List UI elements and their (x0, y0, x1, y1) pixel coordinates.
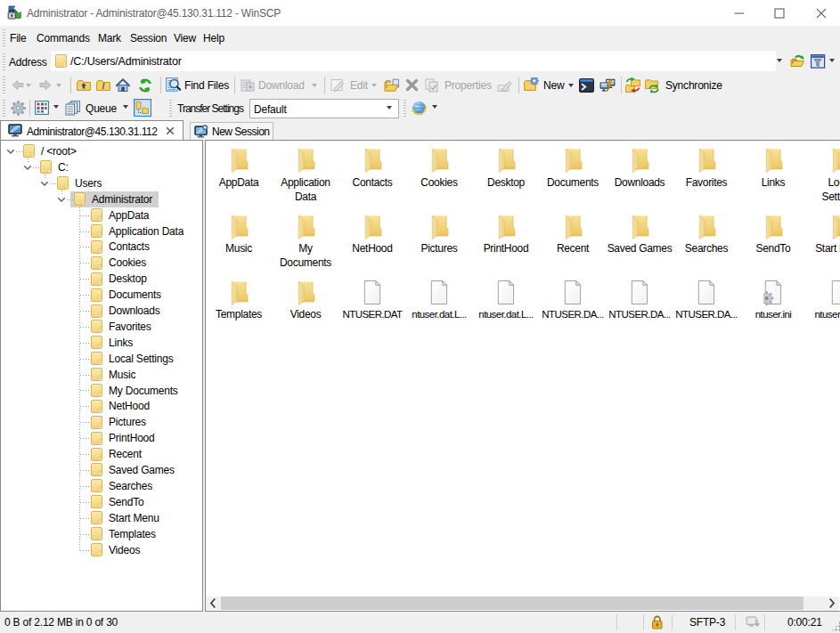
svg-text:x: x (501, 86, 503, 92)
